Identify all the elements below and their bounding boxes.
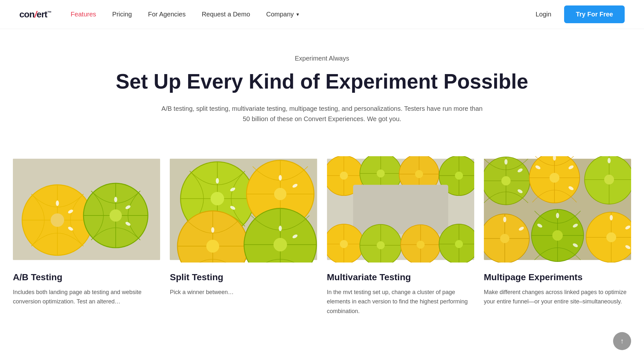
card-image-multivariate-testing bbox=[327, 156, 474, 263]
card-description-split-testing: Pick a winner between… bbox=[170, 288, 317, 297]
svg-point-79 bbox=[377, 241, 385, 249]
card-image-ab-testing bbox=[13, 156, 160, 263]
nav-item-features[interactable]: Features bbox=[71, 11, 96, 18]
svg-point-63 bbox=[415, 170, 423, 178]
chevron-down-icon: ▾ bbox=[296, 11, 299, 17]
svg-point-127 bbox=[556, 213, 559, 218]
svg-point-114 bbox=[608, 158, 611, 163]
svg-point-126 bbox=[552, 230, 562, 240]
svg-point-25 bbox=[216, 178, 219, 183]
svg-point-6 bbox=[51, 213, 64, 227]
svg-point-7 bbox=[56, 200, 59, 206]
card-multipage-experiments: Multipage Experiments Make different cha… bbox=[484, 156, 631, 316]
card-split-testing: Split Testing Pick a winner between… bbox=[170, 156, 317, 316]
scroll-top-icon: ↑ bbox=[620, 337, 624, 345]
nav-item-for-agencies[interactable]: For Agencies bbox=[148, 11, 186, 18]
svg-point-120 bbox=[503, 216, 506, 222]
svg-point-136 bbox=[610, 215, 613, 220]
cards-section: A/B Testing Includes both landing page a… bbox=[0, 143, 644, 342]
hero-description: A/B testing, split testing, multivariate… bbox=[161, 103, 483, 124]
card-title-multivariate-testing: Multivariate Testing bbox=[327, 272, 474, 282]
svg-point-97 bbox=[505, 159, 508, 164]
logo[interactable]: con/ert™ bbox=[19, 9, 51, 20]
card-title-split-testing: Split Testing bbox=[170, 272, 317, 282]
card-description-multipage-experiments: Make different changes across linked pag… bbox=[484, 288, 631, 307]
svg-point-24 bbox=[211, 192, 224, 205]
ab-testing-image bbox=[13, 156, 160, 263]
cards-grid: A/B Testing Includes both landing page a… bbox=[13, 156, 631, 316]
svg-point-32 bbox=[274, 188, 286, 200]
header-left: con/ert™ Features Pricing For Agencies R… bbox=[19, 9, 299, 20]
svg-point-68 bbox=[455, 171, 463, 179]
card-image-multipage-experiments bbox=[484, 156, 631, 263]
svg-point-39 bbox=[207, 240, 219, 253]
svg-point-104 bbox=[550, 173, 559, 182]
card-image-split-testing bbox=[170, 156, 317, 263]
header-right: Login Try For Free bbox=[535, 5, 625, 23]
try-free-button[interactable]: Try For Free bbox=[564, 5, 625, 23]
svg-point-113 bbox=[604, 175, 614, 184]
svg-point-15 bbox=[114, 197, 117, 202]
svg-point-53 bbox=[340, 171, 348, 179]
logo-slash: / bbox=[34, 9, 37, 19]
svg-point-58 bbox=[377, 169, 385, 177]
svg-point-14 bbox=[110, 209, 122, 222]
logo-text: con/ert™ bbox=[19, 9, 51, 20]
main-header: con/ert™ Features Pricing For Agencies R… bbox=[0, 0, 644, 29]
hero-eyebrow: Experiment Always bbox=[64, 55, 580, 62]
svg-point-96 bbox=[501, 176, 511, 186]
svg-point-45 bbox=[274, 238, 287, 251]
svg-point-119 bbox=[500, 234, 509, 243]
card-ab-testing: A/B Testing Includes both landing page a… bbox=[13, 156, 160, 316]
svg-rect-70 bbox=[353, 185, 448, 234]
login-link[interactable]: Login bbox=[535, 11, 551, 18]
multivariate-testing-image bbox=[327, 156, 474, 263]
multipage-experiments-image bbox=[484, 156, 631, 263]
card-multivariate-testing: Multivariate Testing In the mvt testing … bbox=[327, 156, 474, 316]
hero-title: Set Up Every Kind of Experiment Possible bbox=[64, 70, 580, 94]
scroll-to-top-button[interactable]: ↑ bbox=[613, 332, 631, 350]
nav-item-pricing[interactable]: Pricing bbox=[112, 11, 132, 18]
svg-point-33 bbox=[279, 175, 282, 180]
nav-item-request-demo[interactable]: Request a Demo bbox=[202, 11, 250, 18]
company-label: Company bbox=[266, 11, 294, 18]
hero-section: Experiment Always Set Up Every Kind of E… bbox=[0, 29, 644, 143]
svg-point-89 bbox=[455, 240, 463, 248]
main-nav: Features Pricing For Agencies Request a … bbox=[71, 11, 299, 18]
svg-point-40 bbox=[211, 227, 215, 233]
nav-item-company[interactable]: Company ▾ bbox=[266, 11, 299, 18]
svg-point-46 bbox=[279, 225, 282, 231]
card-description-ab-testing: Includes both landing page ab testing an… bbox=[13, 288, 160, 307]
svg-point-135 bbox=[606, 232, 616, 242]
svg-point-84 bbox=[417, 241, 425, 249]
card-title-ab-testing: A/B Testing bbox=[13, 272, 160, 282]
card-title-multipage-experiments: Multipage Experiments bbox=[484, 272, 631, 282]
card-description-multivariate-testing: In the mvt testing set up, change a clus… bbox=[327, 288, 474, 316]
svg-point-74 bbox=[340, 240, 348, 248]
split-testing-image bbox=[170, 156, 317, 263]
